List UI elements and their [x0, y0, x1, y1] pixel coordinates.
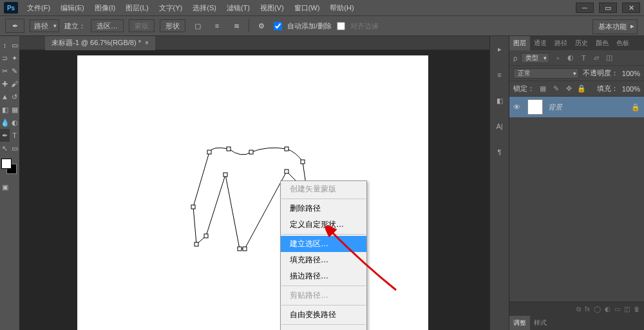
ctx-stroke-path[interactable]: 描边路径… [281, 268, 366, 284]
window-minimize[interactable]: ─ [576, 3, 594, 13]
blur-tool[interactable]: 💧 [0, 116, 10, 129]
window-maximize[interactable]: ▭ [599, 3, 617, 13]
menu-image[interactable]: 图像(I) [90, 1, 120, 15]
eyedropper-tool[interactable]: ✎ [10, 64, 19, 77]
ctx-unite-shapes[interactable]: 统一形状 [281, 326, 366, 330]
lock-all-icon[interactable]: 🔒 [577, 84, 586, 93]
svg-rect-7 [285, 170, 289, 173]
path-drawing [77, 55, 428, 330]
gear-icon[interactable]: ⚙ [254, 19, 269, 33]
filter-pixel-icon[interactable]: ▫ [553, 53, 562, 63]
mask-icon[interactable]: ◯ [594, 306, 601, 313]
dodge-tool[interactable]: ◐ [10, 116, 19, 129]
path-op-icon[interactable]: ▢ [191, 19, 205, 33]
type-tool[interactable]: T [10, 129, 19, 142]
adjust-icon[interactable]: ◐ [605, 306, 611, 313]
eraser-tool[interactable]: ◧ [0, 103, 10, 116]
layer-thumbnail[interactable] [527, 99, 543, 115]
ctx-create-vector-mask[interactable]: 创建矢量蒙版 [281, 181, 366, 197]
tab-adjustments[interactable]: 调整 [509, 316, 530, 330]
fill-value[interactable]: 100% [622, 85, 640, 93]
path-arrange-icon[interactable]: ≋ [229, 19, 243, 33]
folder-icon[interactable]: ▭ [614, 306, 620, 313]
canvas[interactable] [77, 55, 428, 330]
lasso-tool[interactable]: ⊃ [0, 52, 10, 64]
link-icon[interactable]: ⧉ [576, 306, 581, 313]
crop-tool[interactable]: ✂ [0, 64, 10, 77]
fx-icon[interactable]: fx [585, 306, 590, 313]
make-mask-button[interactable]: 蒙版 [129, 19, 155, 32]
heal-tool[interactable]: ✚ [0, 77, 10, 90]
filter-adjust-icon[interactable]: ◐ [566, 53, 575, 63]
ctx-free-transform[interactable]: 自由变换路径 [281, 307, 366, 323]
shape-tool[interactable]: ▭ [10, 142, 19, 155]
trash-icon[interactable]: 🗑 [634, 306, 640, 313]
lock-move-icon[interactable]: ✥ [564, 84, 573, 93]
ctx-clipping-path[interactable]: 剪贴路径… [281, 287, 366, 304]
workspace-switcher[interactable]: 基本功能 [592, 19, 638, 34]
filter-type-icon[interactable]: T [579, 53, 588, 63]
menu-filter[interactable]: 滤镜(T) [222, 1, 255, 15]
wand-tool[interactable]: ✦ [10, 52, 19, 64]
menu-type[interactable]: 文字(Y) [154, 1, 188, 15]
collapsed-panel-icon-2[interactable]: ◧ [493, 94, 506, 107]
tab-styles[interactable]: 样式 [530, 316, 551, 330]
move-tool[interactable]: ↕ [0, 39, 10, 52]
lock-paint-icon[interactable]: ✎ [551, 84, 560, 93]
menu-layer[interactable]: 图层(L) [120, 1, 153, 15]
menu-help[interactable]: 帮助(H) [325, 1, 359, 15]
collapsed-panel-icon[interactable]: ≡ [493, 68, 506, 81]
tab-swatches[interactable]: 色板 [612, 36, 633, 50]
make-shape-button[interactable]: 形状 [160, 19, 185, 32]
menu-select[interactable]: 选择(S) [187, 1, 222, 15]
collapsed-play-icon[interactable]: ▸ [493, 43, 506, 55]
quickmask-toggle[interactable]: ▣ [0, 180, 10, 193]
pen-tool[interactable]: ✒ [0, 129, 10, 142]
marquee-tool[interactable]: ▭ [10, 39, 19, 52]
lock-transparent-icon[interactable]: ▦ [538, 84, 547, 93]
stamp-tool[interactable]: ▲ [0, 90, 10, 103]
menu-edit[interactable]: 编辑(E) [55, 1, 90, 15]
ctx-define-shape[interactable]: 定义自定形状… [281, 217, 366, 233]
visibility-icon[interactable]: 👁 [513, 103, 522, 111]
gradient-tool[interactable]: ▦ [10, 103, 19, 116]
window-close[interactable]: ✕ [622, 3, 640, 13]
layer-kind-select[interactable]: 类型 [521, 53, 549, 63]
new-layer-icon[interactable]: ◫ [624, 306, 630, 313]
tab-paths[interactable]: 路径 [551, 36, 571, 50]
collapsed-paragraph-icon[interactable]: ¶ [493, 146, 506, 159]
align-edges-checkbox[interactable] [337, 22, 345, 30]
document-tab[interactable]: 未标题-1 @ 66.7%(RGB/8) * × [45, 36, 155, 50]
history-brush-tool[interactable]: ↺ [10, 90, 19, 103]
menu-window[interactable]: 窗口(W) [289, 1, 325, 15]
menu-file[interactable]: 文件(F) [22, 1, 55, 15]
layer-name[interactable]: 背景 [548, 102, 562, 112]
svg-rect-3 [285, 147, 289, 151]
tab-channels[interactable]: 通道 [530, 36, 551, 50]
collapsed-text-icon[interactable]: A| [493, 120, 506, 133]
path-select-tool[interactable]: ↖ [0, 142, 10, 155]
tab-layers[interactable]: 图层 [509, 36, 530, 50]
make-selection-button[interactable]: 选区… [91, 19, 124, 32]
tool-preset-icon[interactable]: ✒ [5, 19, 24, 33]
ctx-delete-path[interactable]: 删除路径 [281, 200, 366, 217]
menu-view[interactable]: 视图(V) [255, 1, 289, 15]
auto-add-delete-checkbox[interactable] [274, 22, 282, 30]
opacity-value[interactable]: 100% [622, 70, 640, 77]
ctx-fill-path[interactable]: 填充路径… [281, 252, 366, 268]
ctx-make-selection[interactable]: 建立选区… [281, 236, 366, 252]
document-tabs: 未标题-1 @ 66.7%(RGB/8) * × [19, 36, 489, 50]
tab-color[interactable]: 颜色 [592, 36, 612, 50]
tab-history[interactable]: 历史 [571, 36, 592, 50]
brush-tool[interactable]: 🖌 [10, 77, 19, 90]
path-mode-select[interactable]: 路径 [30, 19, 59, 32]
filter-shape-icon[interactable]: ▱ [592, 53, 601, 63]
fill-label: 填充： [597, 84, 618, 93]
close-tab-icon[interactable]: × [145, 39, 149, 46]
filter-smart-icon[interactable]: ◫ [605, 53, 614, 63]
layer-row[interactable]: 👁 背景 🔒 [509, 97, 644, 117]
blend-mode-select[interactable]: 正常 [513, 68, 579, 79]
color-swatches[interactable] [0, 159, 18, 177]
svg-rect-9 [238, 247, 242, 251]
path-align-icon[interactable]: ≡ [210, 19, 224, 33]
